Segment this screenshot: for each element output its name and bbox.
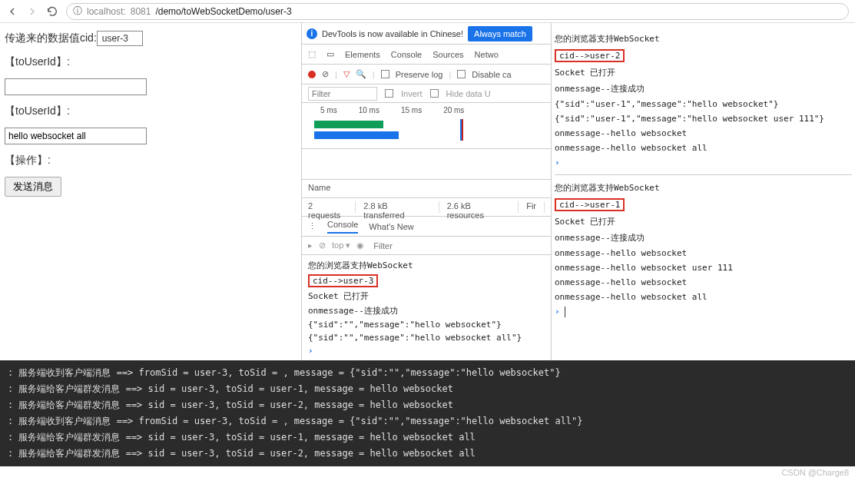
context-selector[interactable]: top ▾ xyxy=(332,240,350,250)
cursor xyxy=(565,307,565,317)
network-toolbar: ⊘ | ▽ 🔍 | Preserve log | Disable ca xyxy=(302,65,551,85)
preserve-checkbox[interactable] xyxy=(381,70,389,78)
disable-checkbox[interactable] xyxy=(457,70,466,78)
console-line-highlighted: cid-->user-2 xyxy=(555,49,625,62)
touserid2-label: 【toUserId】: xyxy=(5,104,70,118)
console-output: 您的浏览器支持WebSocket cid-->user-3 Socket 已打开… xyxy=(302,255,551,360)
watermark: CSDN @Charge8 xyxy=(0,466,855,479)
inspect-icon[interactable]: ⬚ xyxy=(308,49,316,59)
url-host: localhost: xyxy=(87,6,126,17)
terminal-line: : 服务端收到客户端消息 ==> fromSid = user-3, toSid… xyxy=(8,413,847,429)
timeline-marker-red xyxy=(462,119,463,141)
disable-label: Disable ca xyxy=(472,70,511,79)
console-line-highlighted: cid-->user-1 xyxy=(555,198,625,211)
device-icon[interactable]: ▭ xyxy=(326,49,334,59)
terminal-line: : 服务端给客户端群发消息 ==> sid = user-3, toSid = … xyxy=(8,381,847,397)
drawer-tabs: ⋮ Console What's New xyxy=(302,217,551,237)
console-toolbar: ▸ ⊘ top ▾ ◉ xyxy=(302,237,551,255)
tab-elements[interactable]: Elements xyxy=(345,50,380,59)
console-line: {"sid":"user-1","message":"hello websock… xyxy=(555,97,852,111)
drawer-tab-whatsnew[interactable]: What's New xyxy=(369,222,413,231)
terminal-line: : 服务端给客户端群发消息 ==> sid = user-3, toSid = … xyxy=(8,429,847,446)
console-line: onmessage--hello websocket xyxy=(555,126,852,141)
console-line: 您的浏览器支持WebSocket xyxy=(308,258,545,273)
hidedata-label: Hide data U xyxy=(446,89,491,98)
console-prompt-icon[interactable]: › xyxy=(555,158,560,167)
network-summary: 2 requests 2.8 kB transferred 2.6 kB res… xyxy=(302,198,551,217)
console-line: Socket 已打开 xyxy=(555,65,852,81)
console-line: onmessage--hello websocket xyxy=(555,246,852,260)
network-filter-input[interactable] xyxy=(308,87,377,101)
search-icon[interactable]: 🔍 xyxy=(356,69,366,79)
console-line: onmessage--hello websocket all xyxy=(555,290,852,304)
console-line: 您的浏览器支持WebSocket xyxy=(555,31,852,47)
send-button[interactable]: 发送消息 xyxy=(5,177,61,197)
console-line-highlighted: cid-->user-3 xyxy=(308,274,378,287)
page-content: 传递来的数据值cid: user-3 【toUserId】: 【toUserId… xyxy=(0,23,301,360)
touserid2-input[interactable] xyxy=(5,128,147,144)
tab-network[interactable]: Netwo xyxy=(475,50,499,59)
timeline-track-green xyxy=(314,121,383,128)
devtools-banner: i DevTools is now available in Chinese! … xyxy=(302,23,551,45)
drawer-tab-console[interactable]: Console xyxy=(327,220,358,234)
invert-checkbox[interactable] xyxy=(385,89,393,98)
filter-icon[interactable]: ▽ xyxy=(343,69,350,79)
record-icon[interactable] xyxy=(308,71,316,78)
console-line: onmessage--连接成功 xyxy=(308,303,545,318)
console-line: 您的浏览器支持WebSocket xyxy=(555,180,852,196)
server-terminal: : 服务端收到客户端消息 ==> fromSid = user-3, toSid… xyxy=(0,360,855,466)
console-line: onmessage--连接成功 xyxy=(555,81,852,97)
console-sidebar-icon[interactable]: ▸ xyxy=(308,240,313,250)
terminal-line: : 服务端给客户端群发消息 ==> sid = user-3, toSid = … xyxy=(8,446,847,462)
browser-toolbar: ⓘ localhost:8081/demo/toWebSocketDemo/us… xyxy=(0,0,855,23)
forward-icon[interactable] xyxy=(26,5,38,18)
back-icon[interactable] xyxy=(6,5,18,18)
timeline-track-blue xyxy=(314,131,399,139)
console-line: Socket 已打开 xyxy=(555,214,852,230)
preserve-label: Preserve log xyxy=(396,70,443,79)
terminal-line: : 服务端给客户端群发消息 ==> sid = user-3, toSid = … xyxy=(8,397,847,413)
network-timeline[interactable]: 5 ms 10 ms 15 ms 20 ms xyxy=(302,103,551,149)
touserid1-input[interactable] xyxy=(5,78,147,95)
tab-sources[interactable]: Sources xyxy=(432,50,463,59)
devtools-tabstrip: ⬚ ▭ Elements Console Sources Netwo xyxy=(302,45,551,65)
tab-console[interactable]: Console xyxy=(391,50,422,59)
console-line: {"sid":"","message":"hello websocket"} xyxy=(308,318,545,331)
hidedata-checkbox[interactable] xyxy=(430,89,439,98)
console-line: onmessage--hello websocket user 111 xyxy=(555,260,852,275)
info-icon: ⓘ xyxy=(73,5,82,18)
action-label: 【操作】: xyxy=(5,154,51,167)
touserid1-label: 【toUserId】: xyxy=(5,55,70,69)
reload-icon[interactable] xyxy=(46,5,58,18)
console-line: Socket 已打开 xyxy=(308,289,545,303)
terminal-line: : 服务端收到客户端消息 ==> fromSid = user-3, toSid… xyxy=(8,365,847,381)
always-match-button[interactable]: Always match xyxy=(468,26,532,41)
invert-label: Invert xyxy=(401,89,423,98)
console-line: onmessage--连接成功 xyxy=(555,230,852,246)
cid-label: 传递来的数据值cid: xyxy=(5,32,97,45)
console-filter-input[interactable] xyxy=(370,239,416,253)
eye-icon[interactable]: ◉ xyxy=(356,240,364,250)
name-column-header[interactable]: Name xyxy=(302,180,551,198)
clear-icon[interactable]: ⊘ xyxy=(322,69,329,79)
console-line: onmessage--hello websocket xyxy=(555,275,852,290)
right-console-panel: 您的浏览器支持WebSocket cid-->user-2 Socket 已打开… xyxy=(552,23,855,360)
banner-text: DevTools is now available in Chinese! xyxy=(322,29,463,38)
console-line: {"sid":"","message":"hello websocket all… xyxy=(308,331,545,344)
info-circle-icon: i xyxy=(307,28,317,39)
console-prompt-icon[interactable]: › xyxy=(555,307,560,317)
drawer-menu-icon[interactable]: ⋮ xyxy=(308,221,316,231)
devtools-panel: i DevTools is now available in Chinese! … xyxy=(301,23,552,360)
url-bar[interactable]: ⓘ localhost:8081/demo/toWebSocketDemo/us… xyxy=(66,3,849,20)
console-prompt-icon[interactable]: › xyxy=(308,346,313,356)
console-clear-icon[interactable]: ⊘ xyxy=(319,240,326,250)
console-line: {"sid":"user-1","message":"hello websock… xyxy=(555,111,852,126)
cid-value: user-3 xyxy=(97,31,143,46)
console-line: onmessage--hello websocket all xyxy=(555,141,852,155)
